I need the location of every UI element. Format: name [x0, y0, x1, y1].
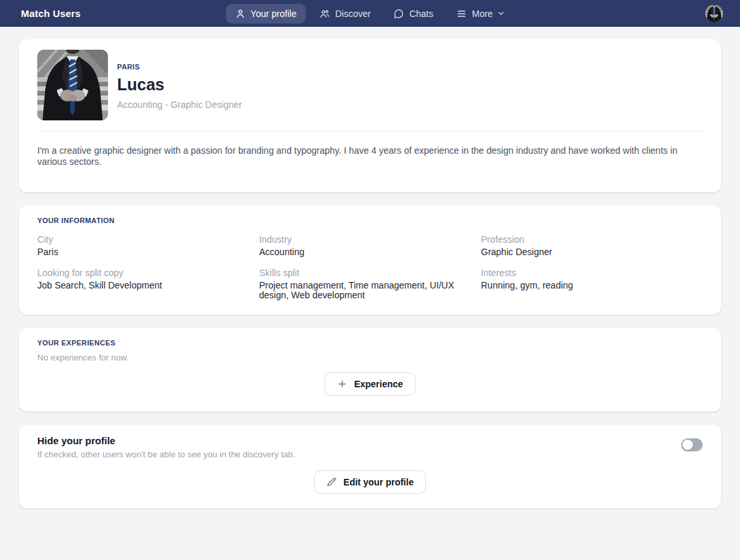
profile-header: PARIS Lucas Accounting - Graphic Designe…	[37, 50, 703, 120]
profile-city-badge: PARIS	[117, 63, 242, 71]
field-interests: Interests Running, gym, reading	[481, 268, 703, 300]
main-navigation: Your profile Discover Chats More	[226, 4, 514, 24]
your-information-card: YOUR INFORMATION City Paris Industry Acc…	[19, 205, 721, 315]
field-value: Accounting	[259, 247, 472, 257]
profile-subtitle: Accounting - Graphic Designer	[117, 99, 242, 110]
page-content: PARIS Lucas Accounting - Graphic Designe…	[19, 27, 721, 548]
chat-bubble-icon	[394, 9, 404, 19]
field-city: City Paris	[37, 234, 259, 257]
nav-label: Discover	[335, 9, 370, 19]
user-icon	[235, 9, 245, 19]
profile-settings-card: Hide your profile If checked, other user…	[19, 425, 721, 508]
pencil-icon	[326, 477, 337, 487]
menu-icon	[456, 9, 467, 19]
field-industry: Industry Accounting	[259, 234, 481, 257]
section-title-experiences: YOUR EXPERIENCES	[37, 339, 703, 347]
hide-profile-text: Hide your profile If checked, other user…	[37, 435, 295, 459]
field-label: Profession	[481, 234, 694, 245]
nav-tab-discover[interactable]: Discover	[310, 4, 379, 24]
field-skills: Skills split Project management, Time ma…	[259, 268, 481, 300]
app-title: Match Users	[21, 8, 80, 19]
profile-meta: PARIS Lucas Accounting - Graphic Designe…	[117, 50, 242, 120]
field-label: Industry	[259, 234, 472, 245]
hide-profile-description: If checked, other users won't be able to…	[37, 449, 295, 459]
field-label: Looking for split copy	[37, 268, 250, 278]
field-value: Graphic Designer	[481, 247, 694, 257]
profile-name: Lucas	[117, 75, 242, 94]
field-label: Interests	[481, 268, 694, 278]
divider	[37, 131, 703, 131]
profile-photo	[37, 50, 108, 120]
field-label: Skills split	[259, 268, 472, 278]
field-looking-for: Looking for split copy Job Search, Skill…	[37, 268, 259, 300]
nav-label: Chats	[410, 9, 434, 19]
user-avatar[interactable]	[705, 5, 723, 22]
nav-menu-more[interactable]: More	[447, 4, 514, 24]
chevron-down-icon	[498, 9, 505, 18]
field-value: Running, gym, reading	[481, 281, 694, 290]
nav-label: More	[472, 9, 493, 19]
nav-tab-your-profile[interactable]: Your profile	[226, 4, 306, 24]
field-profession: Profession Graphic Designer	[481, 234, 703, 257]
nav-tab-chats[interactable]: Chats	[385, 4, 443, 24]
users-icon	[319, 9, 330, 19]
field-value: Project management, Time management, UI/…	[259, 281, 472, 300]
experiences-empty-message: No experiences for now.	[37, 353, 703, 362]
edit-profile-button[interactable]: Edit your profile	[314, 470, 426, 494]
plus-icon	[337, 379, 347, 389]
hide-profile-title: Hide your profile	[37, 435, 295, 446]
edit-profile-label: Edit your profile	[344, 477, 414, 487]
field-value: Job Search, Skill Development	[37, 281, 250, 290]
top-navbar: Match Users Your profile Discover Chats …	[0, 0, 740, 27]
add-experience-button[interactable]: Experience	[325, 372, 415, 396]
field-label: City	[37, 234, 250, 245]
hide-profile-toggle[interactable]	[681, 438, 703, 451]
your-experiences-card: YOUR EXPERIENCES No experiences for now.…	[19, 328, 721, 411]
section-title-information: YOUR INFORMATION	[37, 217, 703, 224]
profile-bio: I'm a creative graphic designer with a p…	[37, 145, 703, 167]
field-value: Paris	[37, 247, 250, 257]
toggle-knob	[682, 440, 693, 450]
information-grid: City Paris Industry Accounting Professio…	[37, 234, 703, 300]
add-experience-label: Experience	[354, 379, 403, 389]
nav-label: Your profile	[251, 9, 296, 19]
profile-summary-card: PARIS Lucas Accounting - Graphic Designe…	[19, 39, 721, 192]
